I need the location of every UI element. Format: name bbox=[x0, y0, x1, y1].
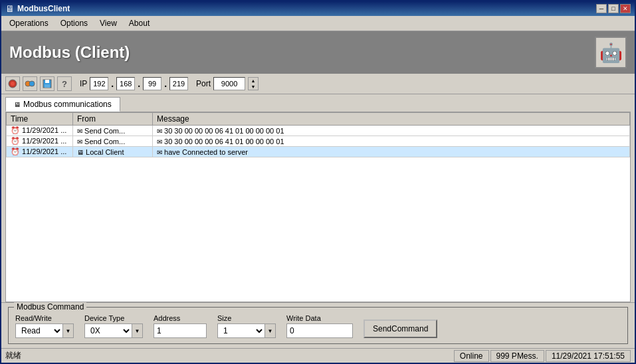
device-type-label: Device Type bbox=[84, 314, 143, 322]
ip-section: IP . . . Port ▲ ▼ bbox=[80, 77, 259, 90]
ip-dot-3: . bbox=[164, 78, 167, 89]
toolbar-btn-1[interactable] bbox=[5, 76, 20, 91]
write-data-field: Write Data bbox=[286, 314, 353, 338]
bottom-area: Modbus Command Read/Write Read Write ▼ D… bbox=[1, 302, 635, 348]
message-table: Time From Message ⏰ 11/29/2021 ...✉ Send… bbox=[6, 112, 630, 157]
cell-time: ⏰ 11/29/2021 ... bbox=[7, 126, 73, 136]
minimize-button[interactable]: ─ bbox=[596, 4, 607, 13]
titlebar-buttons: ─ □ ✕ bbox=[596, 4, 631, 13]
status-time-text: 11/29/2021 17:51:55 bbox=[552, 351, 625, 361]
cell-from: 🖥 Local Client bbox=[73, 147, 153, 157]
ip-part-2[interactable] bbox=[116, 77, 135, 90]
svg-point-1 bbox=[11, 82, 15, 86]
ip-dot-2: . bbox=[138, 78, 140, 89]
toolbar-btn-3[interactable] bbox=[40, 76, 54, 91]
device-type-select[interactable]: 0X 1X 3X 4X bbox=[85, 324, 132, 337]
svg-point-3 bbox=[29, 81, 35, 86]
titlebar: 🖥 ModbusClient ─ □ ✕ bbox=[1, 1, 635, 16]
app-window: 🖥 ModbusClient ─ □ ✕ Operations Options … bbox=[0, 0, 636, 364]
toolbar: ? IP . . . Port ▲ ▼ bbox=[1, 74, 635, 94]
tab-icon: 🖥 bbox=[14, 101, 21, 108]
cell-message: ✉ 30 30 00 00 00 06 41 01 00 00 00 01 bbox=[153, 136, 630, 147]
read-write-dropdown-arrow[interactable]: ▼ bbox=[62, 324, 73, 337]
menu-options[interactable]: Options bbox=[55, 17, 93, 29]
ip-label: IP bbox=[80, 79, 87, 88]
size-dropdown-arrow[interactable]: ▼ bbox=[265, 324, 275, 337]
address-input[interactable] bbox=[154, 323, 207, 338]
app-icon: 🖥 bbox=[5, 3, 15, 14]
col-header-time: Time bbox=[7, 113, 73, 126]
toolbar-btn-2[interactable] bbox=[23, 76, 37, 91]
status-messages-text: 999 PMess. bbox=[496, 351, 538, 361]
read-write-field: Read/Write Read Write ▼ bbox=[15, 314, 74, 338]
size-field: Size 1 2 4 8 ▼ bbox=[217, 314, 276, 338]
send-command-button[interactable]: SendCommand bbox=[364, 319, 437, 338]
status-text: 就绪 bbox=[5, 350, 454, 361]
cell-message: ✉ 30 30 00 00 00 06 41 01 00 00 00 01 bbox=[153, 126, 630, 136]
middle-area: 🖥 Modbus communications Time From Messag… bbox=[1, 94, 635, 302]
write-data-input[interactable] bbox=[286, 323, 353, 338]
app-logo: 🤖 bbox=[595, 37, 627, 68]
status-time: 11/29/2021 17:51:55 bbox=[546, 350, 631, 362]
modbus-command-group: Modbus Command Read/Write Read Write ▼ D… bbox=[8, 307, 628, 344]
port-down-arrow[interactable]: ▼ bbox=[249, 84, 258, 90]
svg-rect-5 bbox=[45, 80, 49, 83]
port-input[interactable] bbox=[213, 77, 245, 90]
device-type-dropdown-arrow[interactable]: ▼ bbox=[132, 324, 142, 337]
titlebar-title: ModbusClient bbox=[17, 4, 596, 13]
table-row[interactable]: ⏰ 11/29/2021 ...🖥 Local Client✉ have Con… bbox=[7, 147, 630, 157]
maximize-button[interactable]: □ bbox=[608, 4, 619, 13]
app-title: Modbus (Client) bbox=[9, 43, 130, 62]
col-header-from: From bbox=[73, 113, 153, 126]
ip-part-4[interactable] bbox=[169, 77, 188, 90]
ip-part-1[interactable] bbox=[90, 77, 108, 90]
tab-bar: 🖥 Modbus communications bbox=[1, 94, 635, 112]
cell-time: ⏰ 11/29/2021 ... bbox=[7, 147, 73, 157]
cell-from: ✉ Send Com... bbox=[73, 136, 153, 147]
read-write-label: Read/Write bbox=[15, 314, 74, 322]
tab-modbus-communications[interactable]: 🖥 Modbus communications bbox=[5, 97, 120, 112]
device-type-select-wrapper: 0X 1X 3X 4X ▼ bbox=[84, 323, 143, 338]
status-online-text: Online bbox=[460, 351, 483, 361]
device-type-field: Device Type 0X 1X 3X 4X ▼ bbox=[84, 314, 143, 338]
size-label: Size bbox=[217, 314, 276, 322]
size-select[interactable]: 1 2 4 8 bbox=[218, 324, 265, 337]
table-header-row: Time From Message bbox=[7, 113, 630, 126]
table-row[interactable]: ⏰ 11/29/2021 ...✉ Send Com...✉ 30 30 00 … bbox=[7, 126, 630, 136]
address-label: Address bbox=[154, 314, 207, 322]
modbus-command-legend: Modbus Command bbox=[14, 302, 86, 312]
address-field: Address bbox=[154, 314, 207, 338]
cell-from: ✉ Send Com... bbox=[73, 126, 153, 136]
status-online: Online bbox=[454, 350, 489, 362]
table-body: ⏰ 11/29/2021 ...✉ Send Com...✉ 30 30 00 … bbox=[7, 126, 630, 157]
col-header-message: Message bbox=[153, 113, 630, 126]
menu-view[interactable]: View bbox=[94, 17, 122, 29]
app-header: Modbus (Client) 🤖 bbox=[1, 31, 635, 74]
cell-message: ✉ have Connected to server bbox=[153, 147, 630, 157]
size-select-wrapper: 1 2 4 8 ▼ bbox=[217, 323, 276, 338]
port-up-arrow[interactable]: ▲ bbox=[249, 78, 258, 84]
send-command-field: x SendCommand bbox=[364, 310, 437, 338]
toolbar-btn-4[interactable]: ? bbox=[57, 76, 72, 91]
menubar: Operations Options View About bbox=[1, 16, 635, 31]
statusbar: 就绪 Online 999 PMess. 11/29/2021 17:51:55 bbox=[1, 348, 635, 363]
ip-dot-1: . bbox=[111, 78, 114, 89]
status-messages: 999 PMess. bbox=[490, 350, 544, 362]
tab-label: Modbus communications bbox=[23, 100, 112, 109]
read-write-select[interactable]: Read Write bbox=[16, 324, 62, 337]
table-row[interactable]: ⏰ 11/29/2021 ...✉ Send Com...✉ 30 30 00 … bbox=[7, 136, 630, 147]
read-write-select-wrapper: Read Write ▼ bbox=[15, 323, 74, 338]
ip-part-3[interactable] bbox=[143, 77, 161, 90]
port-label: Port bbox=[196, 79, 211, 88]
port-spinner[interactable]: ▲ ▼ bbox=[248, 77, 259, 90]
menu-about[interactable]: About bbox=[124, 17, 155, 29]
message-table-container: Time From Message ⏰ 11/29/2021 ...✉ Send… bbox=[5, 112, 631, 302]
svg-rect-6 bbox=[45, 84, 50, 88]
menu-operations[interactable]: Operations bbox=[4, 17, 54, 29]
close-button[interactable]: ✕ bbox=[620, 4, 631, 13]
cell-time: ⏰ 11/29/2021 ... bbox=[7, 136, 73, 147]
write-data-label: Write Data bbox=[286, 314, 353, 322]
